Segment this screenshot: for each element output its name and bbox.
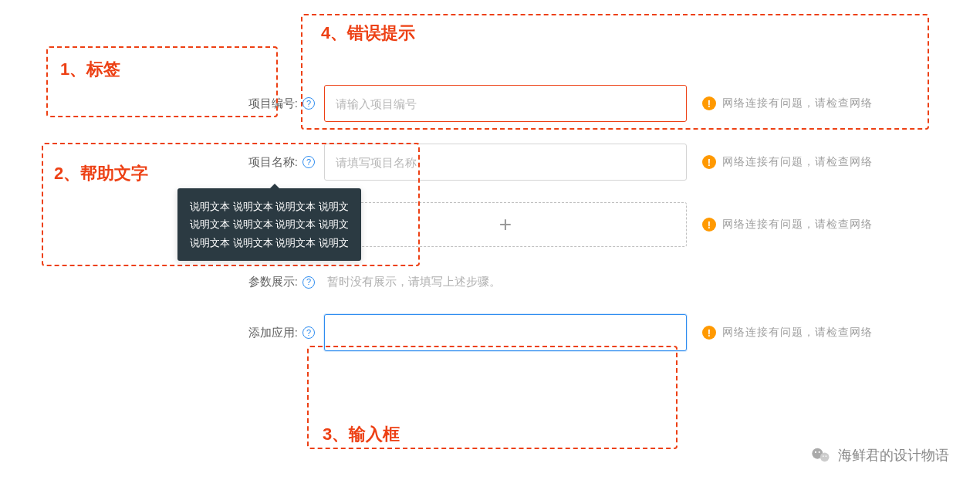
label-param-display: 参数展示: ?: [170, 275, 324, 289]
annotation-help-text: 2、帮助文字: [54, 162, 148, 185]
watermark: 海鲜君的设计物语: [810, 445, 949, 466]
help-icon[interactable]: ?: [302, 156, 315, 168]
row-project-name: 项目名称: ? ! 网络连接有问题，请检查网络: [170, 144, 949, 181]
project-name-input[interactable]: [324, 144, 687, 181]
wechat-icon: [810, 445, 832, 466]
label-project-number: 项目编号: ?: [170, 96, 324, 111]
watermark-text: 海鲜君的设计物语: [838, 446, 949, 465]
help-icon[interactable]: ?: [302, 326, 315, 339]
add-app-input[interactable]: [324, 314, 687, 351]
annotation-input-text: 3、输入框: [323, 423, 400, 446]
svg-point-1: [820, 453, 830, 462]
error-add: ! 网络连接有问题，请检查网络: [702, 218, 873, 232]
help-icon[interactable]: ?: [302, 97, 315, 110]
annotation-error-text: 4、错误提示: [321, 22, 415, 45]
warning-icon: !: [702, 96, 716, 110]
warning-icon: !: [702, 326, 716, 340]
add-button[interactable]: +: [324, 202, 687, 247]
svg-point-5: [826, 455, 827, 457]
param-display-text: 暂时没有展示，请填写上述步骤。: [324, 275, 501, 288]
error-project-number: ! 网络连接有问题，请检查网络: [702, 96, 873, 110]
help-tooltip: 说明文本 说明文本 说明文本 说明文 说明文本 说明文本 说明文本 说明文 说明…: [177, 188, 361, 261]
warning-icon: !: [702, 218, 716, 232]
error-add-app: ! 网络连接有问题，请检查网络: [702, 326, 873, 340]
row-add-app: 添加应用: ? ! 网络连接有问题，请检查网络: [170, 314, 949, 351]
label-project-name: 项目名称: ?: [170, 155, 324, 170]
svg-point-4: [823, 455, 824, 457]
row-param-display: 参数展示: ? 暂时没有展示，请填写上述步骤。: [170, 275, 949, 289]
help-icon[interactable]: ?: [302, 276, 315, 289]
annotation-label-text: 1、标签: [60, 58, 120, 81]
error-project-name: ! 网络连接有问题，请检查网络: [702, 155, 873, 169]
form-container: 项目编号: ? ! 网络连接有问题，请检查网络 项目名称: ? ! 网络连接有问…: [31, 15, 949, 351]
row-project-number: 项目编号: ? ! 网络连接有问题，请检查网络: [170, 85, 949, 122]
project-number-input[interactable]: [324, 85, 687, 122]
warning-icon: !: [702, 155, 716, 169]
label-add-app: 添加应用: ?: [170, 326, 324, 340]
svg-point-3: [819, 451, 820, 453]
svg-point-2: [815, 451, 816, 453]
